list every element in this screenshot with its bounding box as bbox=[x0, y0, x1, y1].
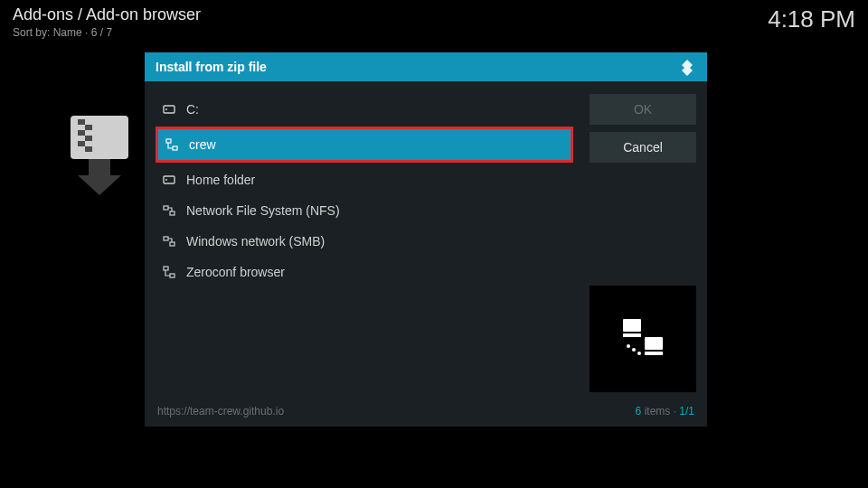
source-label: Home folder bbox=[186, 173, 255, 187]
svg-rect-4 bbox=[85, 136, 92, 141]
dialog-title-text: Install from zip file bbox=[156, 60, 267, 74]
breadcrumb: Add-ons / Add-on browser bbox=[13, 5, 201, 24]
source-item-crew[interactable]: crew bbox=[156, 127, 573, 163]
disk-icon bbox=[163, 103, 175, 116]
footer-url: https://team-crew.github.io bbox=[157, 405, 284, 418]
svg-rect-20 bbox=[623, 333, 641, 337]
preview-thumbnail bbox=[590, 286, 696, 392]
source-item-home-folder[interactable]: Home folder bbox=[156, 164, 573, 195]
svg-rect-18 bbox=[170, 274, 175, 277]
footer-count: 6 items · 1/1 bbox=[636, 405, 694, 418]
source-item-nfs[interactable]: Network File System (NFS) bbox=[156, 195, 573, 226]
source-list[interactable]: C: crew Home folder Network File System … bbox=[156, 94, 573, 392]
netloc-icon bbox=[163, 266, 175, 278]
sort-sep: · bbox=[82, 26, 91, 39]
svg-rect-1 bbox=[78, 119, 85, 125]
svg-rect-10 bbox=[173, 146, 177, 150]
svg-rect-15 bbox=[164, 237, 168, 240]
source-item-c-drive[interactable]: C: bbox=[156, 94, 573, 125]
svg-point-23 bbox=[627, 344, 630, 348]
source-item-smb[interactable]: Windows network (SMB) bbox=[156, 226, 573, 257]
page-indicator: 1/1 bbox=[679, 405, 694, 418]
clock: 4:18 PM bbox=[768, 5, 855, 39]
svg-rect-21 bbox=[645, 337, 663, 350]
kodi-logo-icon bbox=[678, 58, 696, 76]
svg-rect-13 bbox=[164, 206, 168, 210]
svg-point-12 bbox=[165, 179, 167, 181]
svg-rect-2 bbox=[85, 125, 92, 130]
source-label: crew bbox=[189, 137, 216, 152]
item-word: items · bbox=[641, 405, 679, 418]
ok-button[interactable]: OK bbox=[590, 94, 696, 125]
svg-point-24 bbox=[632, 348, 636, 352]
cancel-button[interactable]: Cancel bbox=[590, 132, 696, 163]
network-computers-icon bbox=[616, 312, 670, 366]
netloc-icon bbox=[165, 138, 178, 151]
svg-rect-16 bbox=[170, 242, 175, 246]
svg-rect-6 bbox=[85, 146, 92, 152]
svg-rect-9 bbox=[166, 139, 171, 143]
source-label: Windows network (SMB) bbox=[186, 234, 325, 249]
svg-rect-19 bbox=[623, 319, 641, 332]
source-label: Network File System (NFS) bbox=[186, 203, 340, 218]
disk-icon bbox=[163, 174, 175, 186]
zip-file-icon bbox=[71, 116, 128, 195]
source-label: C: bbox=[186, 102, 199, 117]
network-icon bbox=[163, 204, 175, 217]
svg-rect-5 bbox=[78, 141, 85, 146]
svg-rect-22 bbox=[645, 352, 663, 355]
svg-rect-3 bbox=[78, 130, 85, 136]
svg-point-8 bbox=[165, 108, 167, 110]
source-label: Zeroconf browser bbox=[186, 265, 285, 279]
page-position: 6 / 7 bbox=[91, 26, 112, 39]
svg-rect-17 bbox=[164, 267, 168, 270]
svg-rect-7 bbox=[164, 106, 175, 113]
sort-label: Sort by: Name bbox=[13, 26, 82, 39]
install-zip-dialog: Install from zip file C: crew bbox=[145, 52, 707, 427]
dialog-titlebar: Install from zip file bbox=[145, 52, 707, 81]
svg-rect-11 bbox=[164, 176, 175, 183]
sort-info: Sort by: Name · 6 / 7 bbox=[13, 26, 201, 39]
source-item-zeroconf[interactable]: Zeroconf browser bbox=[156, 257, 573, 287]
network-icon bbox=[163, 235, 175, 248]
svg-point-25 bbox=[637, 352, 641, 355]
svg-rect-14 bbox=[170, 211, 175, 215]
